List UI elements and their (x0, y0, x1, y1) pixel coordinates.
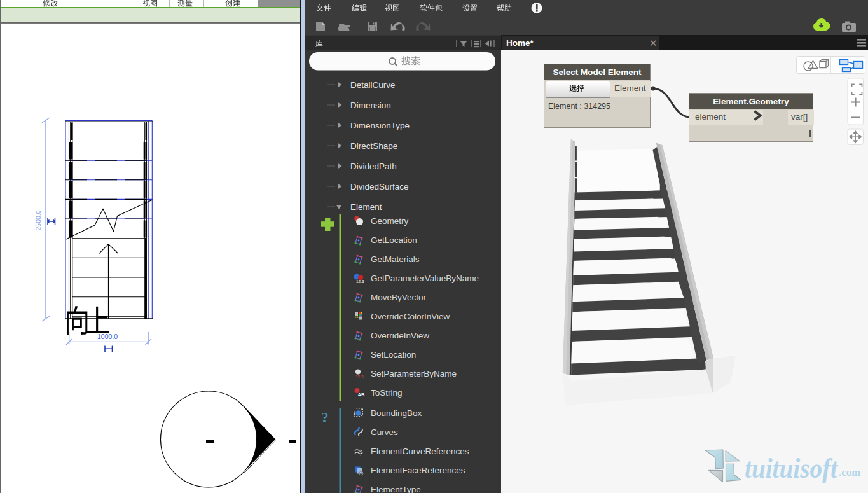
svg-text:.com: .com (839, 466, 860, 478)
svg-text:tuituisoft: tuituisoft (745, 453, 839, 484)
